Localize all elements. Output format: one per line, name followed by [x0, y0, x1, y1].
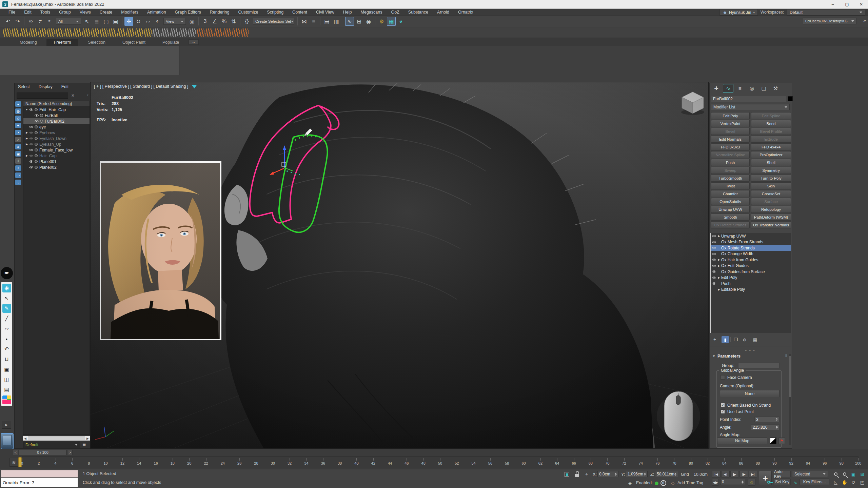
palette-tool-icon[interactable] — [2, 395, 11, 404]
selection-dot-icon[interactable] — [35, 125, 38, 128]
visibility-eye-icon[interactable] — [29, 131, 35, 134]
motion-tab[interactable]: ◎ — [747, 84, 757, 93]
map-swatch-icon[interactable] — [770, 438, 776, 444]
modifier-button-turbosmooth[interactable]: TurboSmooth — [711, 175, 750, 182]
hair-tool-12[interactable] — [100, 28, 107, 37]
menu-customize[interactable]: Customize — [234, 9, 262, 16]
isolate-selection-icon[interactable] — [564, 471, 570, 478]
hair-tool-24[interactable] — [205, 28, 213, 37]
modifier-list-dropdown[interactable]: Modifier List — [711, 104, 790, 110]
ribbon-tab-modeling[interactable]: Modeling — [12, 39, 44, 46]
key-filters-button[interactable]: Key Filters... — [800, 479, 829, 485]
modifier-button-ffd-4x4x4[interactable]: FFD 4x4x4 — [751, 143, 791, 150]
tree-item-eye[interactable]: eye — [23, 124, 90, 130]
window-crossing-icon[interactable]: ▣ — [111, 17, 120, 26]
tree-item-furball[interactable]: FurBall — [23, 113, 90, 118]
select-by-name-icon[interactable]: ≣ — [92, 17, 101, 26]
selection-dot-icon[interactable] — [35, 131, 38, 134]
modifier-button-shell[interactable]: Shell — [751, 159, 791, 166]
panel-grip[interactable]: ● ● ● — [745, 349, 755, 352]
hair-tool-15[interactable] — [126, 28, 134, 37]
hair-tool-6[interactable] — [47, 28, 55, 37]
modifier-button-unwrap-uvw[interactable]: Unwrap UVW — [711, 206, 750, 213]
modifier-button-prooptimizer[interactable]: ProOptimizer — [751, 151, 791, 158]
menu-civil-view[interactable]: Civil View — [312, 9, 339, 16]
modifier-eye-icon[interactable] — [711, 282, 717, 285]
tree-sort-header[interactable]: Name (Sorted Ascending) — [23, 101, 90, 107]
key-tangent-icon[interactable]: ∿ — [792, 479, 799, 486]
set-key-button[interactable]: Set Key — [774, 479, 791, 485]
rendered-frame-window-icon[interactable]: ▦ — [387, 17, 396, 26]
hair-tool-28[interactable] — [241, 28, 249, 37]
previous-frame-button[interactable]: ◀| — [721, 471, 730, 477]
scroll-right-arrow[interactable]: ▶ — [85, 437, 90, 440]
display-tab[interactable]: ▢ — [758, 84, 769, 93]
hair-tool-16[interactable] — [135, 28, 143, 37]
menu-substance[interactable]: Substance — [404, 9, 433, 16]
expand-arrow-icon[interactable]: ▶ — [717, 276, 721, 279]
hair-tool-22[interactable] — [188, 28, 196, 37]
expand-arrow-icon[interactable]: ▶ — [717, 235, 721, 238]
hair-tool-14[interactable] — [117, 28, 125, 37]
visibility-eye-icon[interactable] — [29, 154, 35, 157]
select-and-scale-icon[interactable]: ▱ — [143, 17, 152, 26]
visibility-eye-icon[interactable] — [34, 120, 40, 123]
visibility-eye-icon[interactable] — [29, 166, 35, 169]
hair-tool-20[interactable] — [170, 28, 178, 37]
hair-tool-18[interactable] — [153, 28, 160, 37]
hair-tool-9[interactable] — [73, 28, 81, 37]
modifier-button-opensubdiv[interactable]: OpenSubdiv — [711, 198, 750, 205]
search-clear-icon[interactable]: ✕ — [70, 93, 76, 99]
time-slider-value[interactable]: 0 / 100 — [19, 450, 66, 455]
stack-item-ox-rotate-strands[interactable]: Ox Rotate Strands — [711, 245, 791, 251]
ribbon-minimize-button[interactable]: ▪▾ — [189, 39, 199, 45]
view-toggle-icon[interactable]: ◉ — [2, 284, 11, 292]
stack-item-editable-poly[interactable]: ▶Editable Poly — [711, 287, 791, 293]
visibility-eye-icon[interactable] — [29, 143, 35, 146]
mini-listener-toggle[interactable] — [1, 433, 14, 449]
perspective-viewport[interactable]: [ + ] [ Perspective ] [ Standard ] [ Def… — [90, 82, 709, 449]
use-pivot-point-center-icon[interactable]: ◎ — [188, 17, 196, 26]
hair-tool-8[interactable] — [64, 28, 72, 37]
hair-tool-25[interactable] — [214, 28, 222, 37]
hair-tool-4[interactable] — [29, 28, 37, 37]
stack-item-ox-mesh-from-strands[interactable]: Ox Mesh From Strands — [711, 239, 791, 245]
selection-filter-dropdown[interactable]: All — [56, 18, 81, 25]
hair-tool-11[interactable] — [91, 28, 99, 37]
scroll-left-arrow[interactable]: ◀ — [23, 437, 27, 440]
menu-tools[interactable]: Tools — [36, 9, 55, 16]
tree-item-plane002[interactable]: Plane002 — [23, 164, 90, 170]
reference-coordinate-dropdown[interactable]: View — [163, 18, 186, 25]
remove-modifier-icon[interactable]: ⊘ — [741, 336, 748, 343]
expand-arrow-icon[interactable]: ▶ — [25, 137, 29, 140]
hair-tool-10[interactable] — [82, 28, 90, 37]
next-frame-button[interactable]: |▶ — [739, 471, 748, 477]
hair-tool-3[interactable] — [20, 28, 28, 37]
spinner-arrows[interactable] — [776, 426, 778, 429]
menu-group[interactable]: Group — [55, 9, 75, 16]
maxscript-mini-listener[interactable] — [1, 470, 78, 477]
visibility-eye-icon[interactable] — [29, 160, 35, 163]
selection-lock-icon[interactable] — [574, 472, 580, 479]
stack-item-ox-hair-from-guides[interactable]: ▶Ox Hair from Guides — [711, 257, 791, 263]
undo-tool-icon[interactable]: ↶ — [2, 345, 11, 353]
time-configuration-icon[interactable]: ◷ — [748, 479, 755, 486]
expand-arrow-icon[interactable]: ▼ — [25, 108, 29, 111]
go-to-start-button[interactable]: |◀ — [712, 471, 721, 477]
pin-stack-icon[interactable]: ⌖ — [711, 336, 718, 343]
menu-views[interactable]: Views — [75, 9, 95, 16]
expand-arrow-icon[interactable]: ▶ — [717, 264, 721, 267]
menu-help[interactable]: Help — [339, 9, 356, 16]
display-helpers-icon[interactable]: △ — [15, 137, 21, 142]
camera-none-button[interactable]: None — [720, 390, 780, 397]
tree-item-plane001[interactable]: Plane001 — [23, 159, 90, 164]
visibility-eye-icon[interactable] — [29, 148, 35, 151]
frame-step-icon[interactable]: ◀▶ — [712, 479, 719, 486]
snap-toggle-icon[interactable]: 3 — [201, 17, 210, 26]
active-layer-dropdown[interactable]: Default — [23, 442, 80, 448]
explorer-menu-edit[interactable]: Edit — [61, 84, 69, 91]
select-and-link-icon[interactable]: ∞ — [26, 17, 35, 26]
project-folder-dropdown[interactable]: C:\Users\JIN\Desktop\KG — [803, 18, 856, 24]
modifier-button-vertexpaint[interactable]: VertexPaint — [711, 120, 750, 127]
display-materials-icon[interactable]: ◒ — [15, 180, 21, 185]
